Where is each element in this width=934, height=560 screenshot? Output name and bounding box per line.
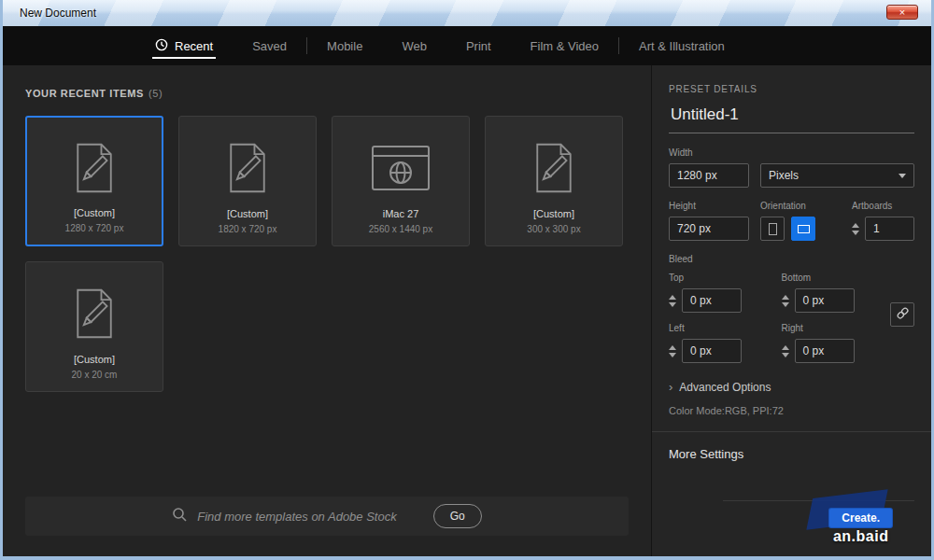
template-name: [Custom]	[74, 354, 115, 365]
title-bar: New Document ×	[3, 0, 931, 26]
search-icon	[172, 507, 187, 525]
height-input[interactable]: 720 px	[669, 217, 749, 241]
document-name-field[interactable]: Untitled-1	[669, 94, 914, 133]
tab-label: Print	[466, 39, 491, 53]
document-pencil-icon	[73, 129, 116, 207]
category-tab-bar: Recent Saved Mobile Web Print Film & Vid…	[3, 26, 931, 65]
orientation-landscape-button[interactable]	[791, 217, 815, 241]
template-card-custom-20x20cm[interactable]: [Custom] 20 x 20 cm	[25, 261, 163, 392]
tab-label: Web	[402, 39, 427, 53]
create-button[interactable]: Create.	[829, 509, 892, 527]
artboards-input[interactable]: 1	[865, 217, 914, 241]
template-dimensions: 1280 x 720 px	[65, 223, 124, 233]
tab-print[interactable]: Print	[446, 26, 511, 65]
template-dimensions: 1820 x 720 px	[219, 224, 277, 234]
bleed-bottom-increment-arrow[interactable]	[782, 295, 789, 300]
bleed-left-input[interactable]: 0 px	[682, 339, 742, 363]
bleed-label: Bleed	[669, 254, 881, 264]
document-pencil-icon	[73, 273, 116, 354]
template-dimensions: 300 x 300 px	[527, 224, 580, 234]
template-name: [Custom]	[533, 208, 574, 219]
link-icon	[896, 306, 910, 324]
document-pencil-icon	[532, 128, 575, 208]
bleed-right-increment-arrow[interactable]	[782, 345, 789, 350]
height-label: Height	[669, 201, 749, 211]
panel-divider	[652, 431, 931, 432]
landscape-icon	[798, 225, 810, 233]
bleed-section: Bleed Top 0 px Bottom	[669, 254, 914, 363]
template-card-custom-1820x720[interactable]: [Custom] 1820 x 720 px	[178, 116, 317, 246]
bleed-left-label: Left	[669, 323, 769, 333]
artboards-label: Artboards	[852, 201, 914, 211]
chevron-down-icon	[899, 174, 906, 178]
bleed-bottom-label: Bottom	[782, 273, 882, 283]
go-button[interactable]: Go	[433, 504, 482, 528]
bleed-bottom-input[interactable]: 0 px	[795, 288, 855, 313]
template-card-imac-27[interactable]: iMac 27 2560 x 1440 px	[332, 116, 470, 246]
bleed-right-decrement-arrow[interactable]	[782, 353, 789, 357]
tab-label: Mobile	[327, 39, 362, 53]
close-icon: ×	[899, 7, 905, 18]
template-dimensions: 2560 x 1440 px	[369, 224, 432, 234]
tab-label: Film & Video	[531, 39, 599, 53]
orientation-label: Orientation	[760, 201, 841, 211]
main-area: YOUR RECENT ITEMS(5) [Custom] 1280 x 720…	[3, 65, 931, 556]
tab-label: Recent	[175, 39, 213, 53]
template-card-custom-300x300[interactable]: [Custom] 300 x 300 px	[485, 116, 623, 246]
close-button[interactable]: ×	[886, 5, 918, 20]
orientation-portrait-button[interactable]	[760, 217, 785, 241]
bleed-top-label: Top	[669, 273, 769, 283]
template-name: iMac 27	[383, 208, 419, 219]
tab-saved[interactable]: Saved	[233, 26, 306, 65]
artboards-decrement-arrow[interactable]	[852, 231, 859, 235]
recent-items-panel: YOUR RECENT ITEMS(5) [Custom] 1280 x 720…	[3, 65, 651, 556]
bleed-link-values-button[interactable]	[890, 302, 914, 327]
preset-details-heading: PRESET DETAILS	[669, 84, 914, 94]
width-input[interactable]: 1280 px	[669, 163, 749, 188]
tab-art-illustration[interactable]: Art & Illustration	[619, 26, 744, 65]
tab-label: Art & Illustration	[639, 39, 725, 53]
bleed-bottom-decrement-arrow[interactable]	[782, 302, 789, 307]
create-area: Create. an.baid	[829, 509, 892, 545]
artboards-increment-arrow[interactable]	[852, 223, 859, 228]
recent-items-heading: YOUR RECENT ITEMS(5)	[25, 88, 629, 99]
document-pencil-icon	[226, 128, 269, 208]
tab-web[interactable]: Web	[382, 26, 446, 65]
new-document-dialog: New Document × Recent Saved Mobile Web P…	[0, 0, 934, 560]
bleed-top-decrement-arrow[interactable]	[669, 302, 676, 307]
bleed-right-input[interactable]: 0 px	[795, 339, 855, 363]
template-name: [Custom]	[74, 207, 115, 218]
template-name: [Custom]	[227, 208, 268, 219]
browser-globe-icon	[371, 128, 431, 208]
search-placeholder: Find more templates on Adobe Stock	[197, 510, 396, 524]
preset-details-panel: PRESET DETAILS Untitled-1 Width 1280 px …	[651, 65, 931, 556]
units-dropdown[interactable]: Pixels	[760, 163, 914, 188]
portrait-icon	[769, 223, 777, 235]
clock-icon	[155, 38, 168, 54]
bleed-top-increment-arrow[interactable]	[669, 295, 676, 300]
bleed-left-decrement-arrow[interactable]	[669, 353, 676, 357]
recent-items-count: (5)	[149, 88, 163, 99]
advanced-options-toggle[interactable]: › Advanced Options	[669, 380, 914, 394]
adobe-stock-search-bar[interactable]: Find more templates on Adobe Stock Go	[25, 497, 629, 536]
window-title: New Document	[20, 7, 96, 20]
chevron-right-icon: ›	[669, 380, 672, 394]
more-settings-button[interactable]: More Settings	[669, 447, 914, 461]
width-label: Width	[669, 147, 914, 158]
template-card-custom-1280x720[interactable]: [Custom] 1280 x 720 px	[25, 116, 163, 246]
bleed-right-label: Right	[782, 323, 882, 333]
tab-label: Saved	[252, 39, 287, 53]
tab-recent[interactable]: Recent	[135, 26, 233, 65]
bleed-top-input[interactable]: 0 px	[682, 288, 742, 313]
color-mode-summary: Color Mode:RGB, PPI:72	[669, 405, 914, 416]
template-dimensions: 20 x 20 cm	[72, 370, 118, 380]
template-grid: [Custom] 1280 x 720 px [Custom] 1820 x 7…	[25, 116, 629, 392]
watermark-text: an.baid	[829, 528, 892, 545]
bleed-left-increment-arrow[interactable]	[669, 345, 676, 350]
tab-film-video[interactable]: Film & Video	[511, 26, 618, 65]
tab-mobile[interactable]: Mobile	[307, 26, 382, 65]
